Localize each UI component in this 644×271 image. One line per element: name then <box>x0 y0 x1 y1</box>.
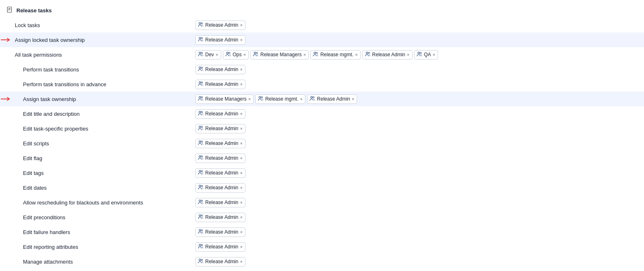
tag-label: Release Admin <box>205 200 238 205</box>
svg-point-9 <box>199 52 201 53</box>
svg-point-38 <box>199 155 201 157</box>
svg-point-5 <box>201 23 203 24</box>
svg-point-51 <box>201 244 203 246</box>
tag-close-btn[interactable]: × <box>355 53 358 57</box>
tags-area-lock-tasks: Release Admin × <box>195 21 637 30</box>
tag-label: Release Admin <box>205 126 238 131</box>
tag-close-btn[interactable]: × <box>407 53 409 57</box>
tag-close-btn[interactable]: × <box>240 141 243 146</box>
tag-edit-tags-0: Release Admin × <box>195 168 245 178</box>
permission-row-lock-tasks: Lock tasks Release Admin × <box>0 18 644 32</box>
svg-point-22 <box>201 67 203 69</box>
section-title: Release tasks <box>16 7 52 14</box>
tag-label: Release Admin <box>205 155 238 161</box>
tag-close-btn[interactable]: × <box>243 53 246 57</box>
tag-close-btn[interactable]: × <box>240 171 243 175</box>
tag-label: Release Admin <box>205 259 238 264</box>
tag-close-btn[interactable]: × <box>215 53 218 57</box>
people-icon <box>198 199 204 206</box>
people-icon <box>198 170 204 177</box>
svg-point-27 <box>201 96 203 98</box>
people-icon <box>365 51 371 58</box>
svg-rect-0 <box>7 7 11 12</box>
tags-area-perform-task-transitions-advance: Release Admin × <box>195 80 637 89</box>
tag-label: Release Admin <box>205 111 238 117</box>
tag-close-btn[interactable]: × <box>240 245 243 249</box>
svg-point-11 <box>227 52 228 53</box>
svg-point-53 <box>201 259 203 261</box>
tag-close-btn[interactable]: × <box>240 260 243 264</box>
tag-edit-failure-handlers-0: Release Admin × <box>195 227 245 237</box>
tag-label: Release Admin <box>205 170 238 176</box>
tag-close-btn[interactable]: × <box>352 97 354 101</box>
tag-close-btn[interactable]: × <box>433 53 435 57</box>
people-icon <box>198 51 204 58</box>
tag-close-btn[interactable]: × <box>240 126 243 131</box>
tag-manage-attachments-0: Release Admin × <box>195 257 245 266</box>
tag-label: Release Admin <box>205 37 238 43</box>
people-icon <box>225 51 231 58</box>
tag-lock-tasks-0: Release Admin × <box>195 21 245 30</box>
svg-point-42 <box>199 185 201 186</box>
people-icon <box>198 110 204 117</box>
tag-close-btn[interactable]: × <box>240 186 243 190</box>
tag-close-btn[interactable]: × <box>240 23 243 28</box>
svg-point-19 <box>418 52 419 53</box>
svg-point-31 <box>313 96 315 98</box>
tag-close-btn[interactable]: × <box>240 112 243 116</box>
svg-point-4 <box>199 22 201 24</box>
tag-label: Release Admin <box>205 244 238 250</box>
tag-label: Release Admin <box>205 140 238 146</box>
row-label-lock-tasks: Lock tasks <box>7 22 195 28</box>
tag-close-btn[interactable]: × <box>240 38 243 42</box>
tags-area-edit-scripts: Release Admin × <box>195 139 637 148</box>
tag-label: QA <box>424 52 431 57</box>
people-icon <box>198 125 204 132</box>
tag-close-btn[interactable]: × <box>240 82 243 87</box>
tag-close-btn[interactable]: × <box>240 230 243 234</box>
tag-close-btn[interactable]: × <box>300 97 303 101</box>
svg-point-35 <box>201 126 203 128</box>
row-label-edit-dates: Edit dates <box>7 185 195 191</box>
people-icon <box>313 51 319 58</box>
svg-point-45 <box>201 200 203 202</box>
doc-icon <box>7 7 13 14</box>
tag-assign-task-ownership-0: Release Managers × <box>195 94 254 104</box>
tags-area-edit-flag: Release Admin × <box>195 154 637 163</box>
svg-point-13 <box>254 52 256 53</box>
svg-point-44 <box>199 200 201 201</box>
svg-point-37 <box>201 141 203 142</box>
svg-point-18 <box>368 52 370 54</box>
people-icon <box>198 155 204 162</box>
tag-close-btn[interactable]: × <box>303 53 306 57</box>
tags-area-all-task-permissions: Dev × Ops × Release Managers × <box>195 50 637 60</box>
tag-close-btn[interactable]: × <box>240 67 243 72</box>
tag-close-btn[interactable]: × <box>248 97 251 101</box>
row-label-assign-locked-task-ownership: Assign locked task ownership <box>7 37 195 43</box>
tag-close-btn[interactable]: × <box>240 215 243 220</box>
people-icon <box>198 140 204 147</box>
svg-point-23 <box>199 81 201 83</box>
row-label-edit-title-description: Edit title and description <box>7 111 195 117</box>
permission-row-edit-failure-handlers: Edit failure handlers Release Admin × <box>0 225 644 239</box>
permissions-container: Release tasks Lock tasks Release Admin ×… <box>0 0 644 271</box>
tag-label: Release Admin <box>205 81 238 87</box>
svg-point-32 <box>199 111 201 113</box>
tag-edit-task-specific-properties-0: Release Admin × <box>195 124 245 133</box>
tags-area-assign-locked-task-ownership: Release Admin × <box>195 35 637 45</box>
tag-close-btn[interactable]: × <box>240 200 243 205</box>
people-icon <box>198 37 204 44</box>
permission-row-edit-task-specific-properties: Edit task-specific properties Release Ad… <box>0 121 644 136</box>
svg-point-46 <box>199 214 201 216</box>
people-icon <box>198 22 204 29</box>
tags-area-allow-rescheduling: Release Admin × <box>195 198 637 207</box>
tag-label: Dev <box>205 52 214 57</box>
tags-area-manage-attachments: Release Admin × <box>195 257 637 266</box>
permission-row-all-task-permissions: All task permissions Dev × Ops × <box>0 47 644 62</box>
tag-edit-reporting-attributes-0: Release Admin × <box>195 242 245 252</box>
tag-all-task-permissions-1: Ops × <box>223 50 249 60</box>
tag-assign-locked-task-ownership-0: Release Admin × <box>195 35 245 45</box>
svg-point-8 <box>201 37 203 39</box>
svg-point-12 <box>229 52 230 54</box>
tag-close-btn[interactable]: × <box>240 156 243 161</box>
